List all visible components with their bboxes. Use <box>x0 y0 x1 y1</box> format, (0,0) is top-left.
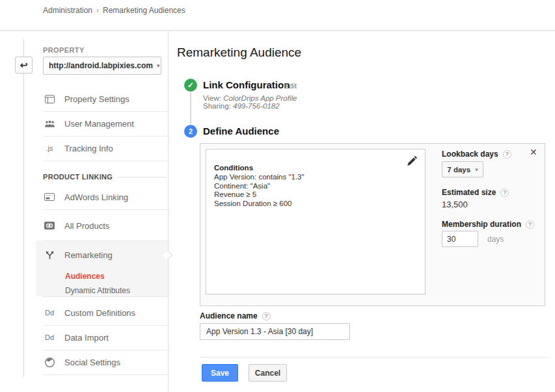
sidebar-item-social-settings[interactable]: Social Settings <box>43 350 167 374</box>
help-icon[interactable]: ? <box>503 150 511 159</box>
estimated-size-label: Estimated size <box>442 188 496 197</box>
property-selector[interactable]: http://android.labpixies.com ▾ <box>43 57 161 75</box>
property-selector-value: http://android.labpixies.com <box>49 61 153 70</box>
sidebar-item-custom-definitions[interactable]: Dd Custom Definitions <box>43 300 167 325</box>
sidebar-item-all-products[interactable]: All Products <box>43 213 167 238</box>
product-linking-section-header: PRODUCT LINKING <box>43 170 167 183</box>
estimated-size-label-row: Estimated size ? <box>442 188 509 197</box>
sidebar-item-data-import[interactable]: Dd Data Import <box>43 325 167 350</box>
close-icon[interactable]: ✕ <box>530 148 537 157</box>
js-icon: .js <box>43 144 56 152</box>
divider <box>43 374 168 375</box>
chevron-down-icon: ▾ <box>475 166 478 173</box>
breadcrumb-administration[interactable]: Administration <box>43 6 92 15</box>
step2-number-badge: 2 <box>184 125 197 138</box>
membership-duration-input[interactable] <box>442 231 478 247</box>
cancel-button[interactable]: Cancel <box>249 364 287 382</box>
step2-title: Define Audience <box>203 125 279 137</box>
estimated-size-value: 13,500 <box>442 200 468 209</box>
step-connector-line <box>190 93 191 124</box>
page-title: Remarketing Audience <box>177 46 301 60</box>
section-rule <box>118 177 167 177</box>
sidebar-item-user-management[interactable]: User Management <box>43 111 167 136</box>
sidebar-item-label: Remarketing <box>64 250 113 260</box>
lookback-days-select[interactable]: 7 days ▾ <box>442 161 483 177</box>
conditions-heading: Conditions <box>214 164 253 172</box>
sidebar-collapse-line <box>23 39 24 377</box>
divider <box>200 357 550 358</box>
condition-line: Continent: "Asia" <box>214 182 305 191</box>
remarketing-audience-page: Administration › Remarketing Audiences ↩… <box>0 0 555 392</box>
dd-icon: Dd <box>43 333 56 341</box>
sidebar-item-label: Tracking Info <box>64 144 113 153</box>
lookback-days-label: Lookback days <box>442 150 498 159</box>
lookback-days-label-row: Lookback days ? <box>442 150 511 159</box>
sidebar-subitem-audiences[interactable]: Audiences <box>65 272 105 281</box>
branching-arrows-icon <box>43 250 56 259</box>
dd-icon: Dd <box>43 309 56 317</box>
lookback-days-value: 7 days <box>447 166 470 174</box>
sharing-line: Sharing: 499-756-0182 <box>203 102 280 110</box>
view-label: View: <box>203 94 221 102</box>
condition-line: Session Duration ≥ 600 <box>214 200 305 209</box>
sidebar-item-label: AdWords Linking <box>64 192 128 202</box>
step1-title: Link Configuration <box>203 79 290 90</box>
sidebar-item-label: Property Settings <box>64 94 129 104</box>
pencil-icon <box>405 156 417 168</box>
header-divider <box>0 30 555 31</box>
sharing-value: 499-756-0182 <box>233 102 280 110</box>
sidebar-divider <box>168 31 169 392</box>
membership-duration-unit: days <box>487 235 504 244</box>
edit-link[interactable]: Edit <box>284 82 297 90</box>
back-arrow-icon: ↩ <box>20 60 28 70</box>
membership-duration-label-row: Membership duration ? <box>442 220 534 229</box>
sidebar-item-label: User Management <box>64 119 134 129</box>
help-icon[interactable]: ? <box>526 220 534 229</box>
condition-line: App Version: contains "1.3" <box>214 173 305 182</box>
sidebar-item-label: All Products <box>64 221 109 231</box>
linked-products-icon <box>43 222 56 229</box>
sidebar-subitem-dynamic-attributes[interactable]: Dynamic Attributes <box>65 286 130 295</box>
step1-complete-badge: ✓ <box>184 79 197 92</box>
view-value: ColorDrips App Profile <box>223 94 297 102</box>
sidebar-item-tracking-info[interactable]: .js Tracking Info <box>43 136 167 161</box>
people-group-icon <box>43 120 56 127</box>
membership-duration-label: Membership duration <box>442 220 521 229</box>
breadcrumb-separator-icon: › <box>96 6 99 15</box>
breadcrumb: Administration › Remarketing Audiences <box>43 6 185 15</box>
chevron-down-icon: ▾ <box>157 62 160 69</box>
view-line: View: ColorDrips App Profile <box>203 94 297 102</box>
sharing-label: Sharing: <box>203 102 231 110</box>
save-button[interactable]: Save <box>202 364 238 382</box>
collapse-sidebar-button[interactable]: ↩ <box>15 57 33 73</box>
audience-name-label-row: Audience name ? <box>200 311 271 320</box>
adwords-screen-icon <box>43 193 56 201</box>
conditions-card: Conditions App Version: contains "1.3" C… <box>206 149 426 294</box>
divider <box>43 161 168 161</box>
sidebar-item-label: Data Import <box>64 333 109 343</box>
product-linking-label: PRODUCT LINKING <box>43 173 113 181</box>
divider <box>43 296 168 297</box>
edit-conditions-button[interactable] <box>405 156 417 168</box>
sidebar-item-adwords-linking[interactable]: AdWords Linking <box>43 185 167 209</box>
audience-name-label: Audience name <box>200 311 258 320</box>
condition-line: Revenue ≥ 5 <box>214 190 305 200</box>
window-layout-icon <box>43 95 56 103</box>
sidebar-item-remarketing[interactable]: Remarketing <box>43 241 167 269</box>
conditions-list: App Version: contains "1.3" Continent: "… <box>214 173 305 208</box>
define-audience-panel: Conditions App Version: contains "1.3" C… <box>200 143 545 306</box>
check-icon: ✓ <box>187 81 194 90</box>
help-icon[interactable]: ? <box>500 189 509 197</box>
sidebar-item-label: Custom Definitions <box>64 308 135 318</box>
breadcrumb-remarketing-audiences: Remarketing Audiences <box>103 6 185 15</box>
sidebar-item-property-settings[interactable]: Property Settings <box>43 86 167 111</box>
audience-name-input[interactable] <box>200 323 350 340</box>
sidebar-item-label: Social Settings <box>64 358 120 367</box>
divider <box>43 209 168 210</box>
property-section-label: PROPERTY <box>43 46 85 54</box>
help-icon[interactable]: ? <box>262 312 271 320</box>
globe-icon <box>43 358 56 367</box>
